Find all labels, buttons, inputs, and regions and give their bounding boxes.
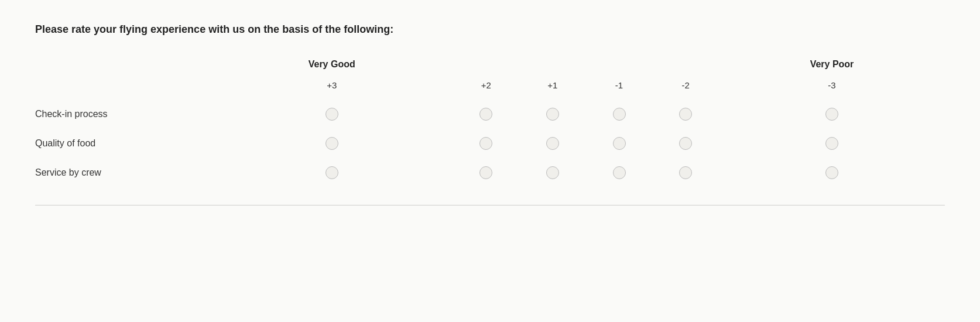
table-row: Quality of food (35, 129, 945, 158)
very-good-header: Very Good (211, 59, 453, 76)
empty-middle-header (453, 59, 719, 76)
bottom-divider (35, 205, 945, 205)
radio-cell-row2-col2 (519, 158, 586, 187)
radio-cell-row0-col2 (519, 100, 586, 129)
scale-col-2: +1 (519, 76, 586, 100)
radio-btn-row1-col4[interactable] (679, 137, 692, 150)
table-row: Check-in process (35, 100, 945, 129)
radio-cell-row1-col5 (719, 129, 945, 158)
row-label-2: Service by crew (35, 158, 211, 187)
radio-cell-row0-col4 (652, 100, 719, 129)
survey-title: Please rate your flying experience with … (35, 23, 945, 36)
radio-cell-row2-col5 (719, 158, 945, 187)
radio-btn-row0-col2[interactable] (546, 108, 559, 121)
radio-cell-row2-col1 (453, 158, 519, 187)
scale-col-0: +3 (211, 76, 453, 100)
radio-cell-row0-col3 (586, 100, 653, 129)
scale-label-empty (35, 76, 211, 100)
radio-btn-row2-col0[interactable] (325, 166, 338, 179)
radio-cell-row1-col1 (453, 129, 519, 158)
radio-btn-row1-col1[interactable] (479, 137, 492, 150)
table-row: Service by crew (35, 158, 945, 187)
radio-cell-row2-col3 (586, 158, 653, 187)
radio-btn-row1-col0[interactable] (325, 137, 338, 150)
radio-btn-row0-col1[interactable] (479, 108, 492, 121)
radio-btn-row0-col4[interactable] (679, 108, 692, 121)
radio-cell-row2-col0 (211, 158, 453, 187)
radio-cell-row1-col4 (652, 129, 719, 158)
scale-header-row: +3 +2 +1 -1 -2 -3 (35, 76, 945, 100)
radio-cell-row1-col3 (586, 129, 653, 158)
radio-cell-row0-col1 (453, 100, 519, 129)
scale-col-5: -3 (719, 76, 945, 100)
radio-cell-row2-col4 (652, 158, 719, 187)
radio-cell-row0-col5 (719, 100, 945, 129)
scale-col-3: -1 (586, 76, 653, 100)
row-label-1: Quality of food (35, 129, 211, 158)
very-poor-header: Very Poor (719, 59, 945, 76)
radio-btn-row2-col2[interactable] (546, 166, 559, 179)
radio-btn-row2-col4[interactable] (679, 166, 692, 179)
radio-btn-row0-col3[interactable] (613, 108, 626, 121)
scale-col-1: +2 (453, 76, 519, 100)
scale-col-4: -2 (652, 76, 719, 100)
header-labels-row: Very Good Very Poor (35, 59, 945, 76)
radio-btn-row2-col3[interactable] (613, 166, 626, 179)
radio-btn-row2-col5[interactable] (825, 166, 838, 179)
radio-cell-row1-col2 (519, 129, 586, 158)
radio-btn-row2-col1[interactable] (479, 166, 492, 179)
row-label-0: Check-in process (35, 100, 211, 129)
radio-cell-row1-col0 (211, 129, 453, 158)
rating-table: Very Good Very Poor +3 +2 +1 -1 -2 -3 Ch… (35, 59, 945, 187)
radio-btn-row0-col5[interactable] (825, 108, 838, 121)
radio-btn-row1-col2[interactable] (546, 137, 559, 150)
survey-container: Please rate your flying experience with … (0, 0, 980, 223)
radio-btn-row1-col5[interactable] (825, 137, 838, 150)
radio-btn-row1-col3[interactable] (613, 137, 626, 150)
radio-cell-row0-col0 (211, 100, 453, 129)
radio-btn-row0-col0[interactable] (325, 108, 338, 121)
label-col-header (35, 59, 211, 76)
